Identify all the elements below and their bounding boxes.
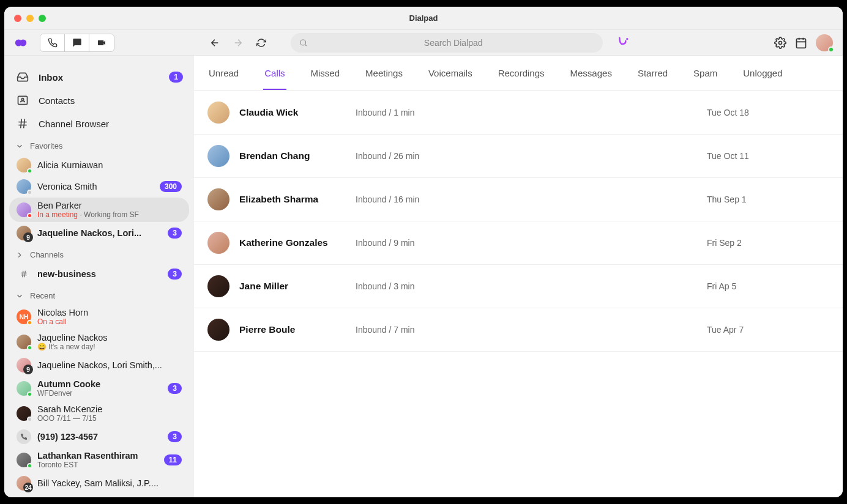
nav-inbox[interactable]: Inbox 1 [4, 65, 194, 89]
back-button[interactable] [206, 34, 223, 51]
recent-item[interactable]: 9Jaqueline Nackos, Lori Smith,... [9, 355, 189, 376]
call-meta: Inbound / 7 min [356, 325, 707, 335]
reload-button[interactable] [253, 34, 270, 51]
recent-item[interactable]: NHNicolas HornOn a call [9, 305, 189, 329]
caller-name: Elizabeth Sharma [239, 194, 356, 205]
call-row[interactable]: Elizabeth SharmaInbound / 16 minThu Sep … [194, 178, 843, 221]
contact-avatar: NH [17, 309, 31, 324]
status-dot [27, 190, 32, 195]
caller-name: Katherine Gonzales [239, 237, 356, 248]
badge: 3 [168, 431, 182, 442]
minimize-window[interactable] [26, 15, 34, 22]
tab-unread[interactable]: Unread [207, 57, 240, 89]
caller-avatar [207, 319, 229, 341]
recent-item[interactable]: (919) 123-45673 [9, 426, 189, 447]
contact-name: Lathankan Rasenthiram [37, 451, 158, 461]
contact-status: Toronto EST [37, 461, 158, 469]
contact-status: In a meeting · Working from SF [37, 210, 182, 219]
favorite-item[interactable]: Alicia Kurniawan [9, 155, 189, 176]
recent-item[interactable]: Dan OConnell [9, 494, 189, 497]
contact-avatar: 9 [17, 358, 31, 372]
tab-unlogged[interactable]: Unlogged [742, 57, 783, 89]
favorite-item[interactable]: 9Jaqueline Nackos, Lori...3 [9, 223, 189, 243]
recent-item[interactable]: Autumn CookeWFDenver3 [9, 376, 189, 401]
chevron-right-icon [15, 251, 24, 259]
tab-meetings[interactable]: Meetings [364, 57, 404, 89]
tab-spam[interactable]: Spam [692, 57, 718, 89]
status-dot [27, 213, 32, 218]
caller-avatar [207, 102, 229, 124]
app-logo [14, 36, 28, 50]
tab-voicemails[interactable]: Voicemails [427, 57, 474, 89]
contact-avatar [17, 158, 31, 172]
message-button[interactable] [65, 34, 89, 51]
favorite-item[interactable]: Veronica Smith300 [9, 176, 189, 197]
contact-status: WFDenver [37, 389, 162, 398]
maximize-window[interactable] [39, 15, 46, 22]
channel-item[interactable]: new-business3 [9, 264, 189, 284]
call-row[interactable]: Brendan ChangInbound / 26 minTue Oct 11 [194, 135, 843, 178]
nav-contacts[interactable]: Contacts [4, 89, 194, 112]
call-date: Tue Oct 18 [707, 108, 829, 117]
contact-name: Bill Yackey, Sam Maliksi, J.P.... [37, 478, 182, 488]
call-row[interactable]: Katherine GonzalesInbound / 9 minFri Sep… [194, 221, 843, 265]
svg-point-7 [21, 98, 23, 100]
badge: 11 [164, 454, 182, 465]
favorite-item[interactable]: Ben ParkerIn a meeting · Working from SF [9, 198, 189, 222]
badge: 300 [160, 181, 182, 192]
search-bar[interactable] [291, 33, 603, 53]
call-meta: Inbound / 26 min [356, 151, 707, 161]
recent-item[interactable]: Lathankan RasenthiramToronto EST11 [9, 448, 189, 472]
tab-calls[interactable]: Calls [263, 57, 286, 89]
contact-name: Ben Parker [37, 201, 182, 210]
contact-name: Veronica Smith [37, 182, 154, 191]
tab-recordings[interactable]: Recordings [497, 57, 546, 89]
close-window[interactable] [14, 15, 21, 22]
recent-item[interactable]: 24Bill Yackey, Sam Maliksi, J.P.... [9, 473, 189, 494]
call-row[interactable]: Pierre BouleInbound / 7 minTue Apr 7 [194, 308, 843, 352]
video-button[interactable] [89, 34, 114, 51]
contact-avatar: 9 [17, 226, 31, 240]
recent-item[interactable]: Jaqueline Nackos😄 It's a new day! [9, 330, 189, 354]
tab-messages[interactable]: Messages [569, 57, 613, 89]
section-recent[interactable]: Recent [4, 285, 194, 304]
nav-channel-browser[interactable]: Channel Browser [4, 112, 194, 135]
calendar-button[interactable] [795, 37, 807, 49]
section-favorites[interactable]: Favorites [4, 135, 194, 154]
search-icon [299, 39, 307, 47]
caller-avatar [207, 275, 229, 297]
section-channels[interactable]: Channels [4, 244, 194, 263]
chevron-down-icon [15, 292, 24, 300]
call-meta: Inbound / 16 min [356, 195, 707, 204]
search-input[interactable] [312, 38, 594, 48]
user-avatar[interactable] [816, 34, 833, 51]
svg-point-1 [20, 39, 26, 46]
call-row[interactable]: Jane MillerInbound / 3 minFri Ap 5 [194, 265, 843, 308]
caller-name: Pierre Boule [239, 324, 356, 335]
window-title: Dialpad [409, 13, 438, 23]
forward-button[interactable] [229, 34, 247, 51]
contact-avatar [17, 381, 31, 396]
call-date: Tue Oct 11 [707, 151, 829, 161]
contact-name: Nicolas Horn [37, 308, 182, 317]
call-row[interactable]: Claudia WickInbound / 1 minTue Oct 18 [194, 91, 843, 135]
badge: 3 [168, 269, 182, 280]
contact-name: Jaqueline Nackos, Lori Smith,... [37, 360, 182, 370]
call-button[interactable] [40, 34, 65, 51]
sidebar: Inbox 1 Contacts Channel Browser Favorit… [4, 56, 194, 497]
hash-icon [15, 116, 30, 131]
status-dot [27, 391, 32, 397]
contact-status: OOO 7/11 — 7/15 [37, 414, 182, 423]
tabs: UnreadCallsMissedMeetingsVoicemailsRecor… [194, 56, 843, 91]
contact-avatar [17, 202, 31, 217]
caller-name: Jane Miller [239, 281, 356, 292]
group-count: 9 [23, 365, 33, 374]
ai-icon[interactable] [618, 35, 630, 50]
tab-starred[interactable]: Starred [636, 57, 669, 89]
settings-button[interactable] [774, 37, 786, 49]
contact-status: On a call [37, 317, 182, 326]
tab-missed[interactable]: Missed [310, 57, 341, 89]
contact-status: 😄 It's a new day! [37, 343, 182, 351]
call-date: Fri Ap 5 [707, 281, 829, 291]
recent-item[interactable]: Sarah McKenzieOOO 7/11 — 7/15 [9, 401, 189, 426]
